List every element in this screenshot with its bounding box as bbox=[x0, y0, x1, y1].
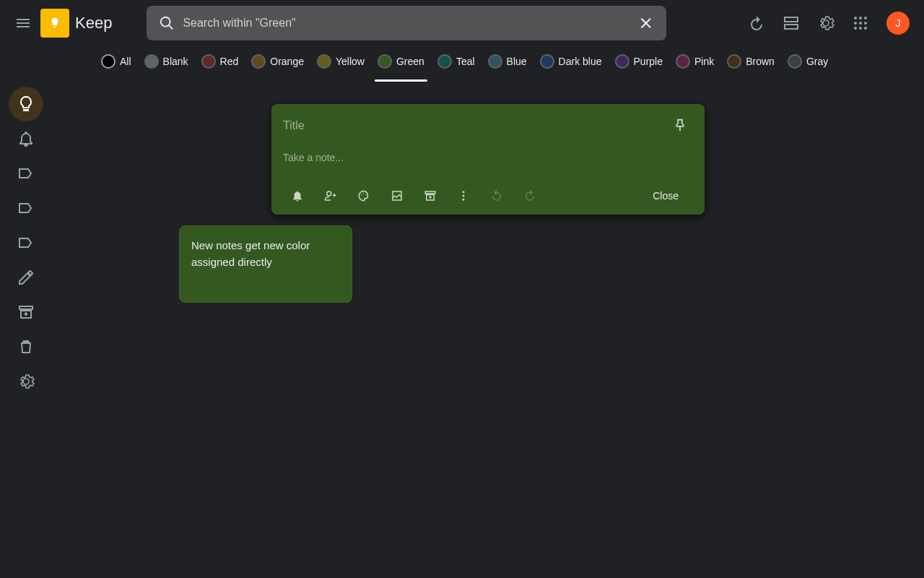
list-view-button[interactable] bbox=[774, 6, 808, 40]
background-options-button[interactable] bbox=[349, 181, 378, 210]
color-filter-brown[interactable]: Brown bbox=[727, 54, 775, 72]
note-body-input[interactable] bbox=[283, 152, 693, 173]
sidebar-item-label-1[interactable] bbox=[9, 156, 43, 191]
color-filter-gray[interactable]: Gray bbox=[788, 54, 828, 72]
close-editor-button[interactable]: Close bbox=[638, 184, 693, 207]
header-actions: J bbox=[739, 6, 918, 40]
list-view-icon bbox=[783, 14, 800, 32]
color-filter-dark-blue[interactable]: Dark blue bbox=[540, 54, 602, 72]
svg-point-2 bbox=[864, 17, 867, 20]
redo-button[interactable] bbox=[515, 181, 544, 210]
add-image-button[interactable] bbox=[383, 181, 411, 210]
bell-icon bbox=[291, 189, 304, 202]
color-filter-label: Green bbox=[396, 56, 424, 67]
settings-button[interactable] bbox=[808, 6, 843, 40]
color-filter-label: Yellow bbox=[336, 56, 365, 67]
note-toolbar: Close bbox=[283, 181, 693, 210]
svg-point-11 bbox=[365, 194, 367, 196]
search-box[interactable] bbox=[147, 6, 666, 40]
lightbulb-icon bbox=[17, 95, 35, 113]
color-swatch-icon bbox=[144, 54, 159, 69]
color-swatch-icon bbox=[317, 54, 331, 69]
search-icon bbox=[151, 15, 183, 31]
gear-icon bbox=[817, 14, 834, 32]
remind-me-button[interactable] bbox=[283, 181, 312, 210]
color-filter-label: Blue bbox=[507, 56, 527, 67]
app-logo[interactable]: Keep bbox=[40, 9, 112, 38]
pin-icon bbox=[672, 118, 688, 134]
color-filter-yellow[interactable]: Yellow bbox=[317, 54, 365, 72]
svg-point-6 bbox=[854, 27, 857, 30]
apps-button[interactable] bbox=[843, 6, 878, 40]
account-avatar[interactable]: J bbox=[886, 12, 910, 35]
note-title-input[interactable] bbox=[283, 119, 667, 132]
color-swatch-icon bbox=[676, 54, 690, 69]
svg-point-12 bbox=[463, 191, 465, 193]
color-filter-label: Gray bbox=[806, 56, 828, 67]
refresh-icon bbox=[748, 14, 765, 32]
collaborator-button[interactable] bbox=[316, 181, 345, 210]
svg-point-1 bbox=[859, 17, 862, 20]
main: Close New notes get new color assigned d… bbox=[0, 81, 924, 578]
color-swatch-icon bbox=[101, 54, 116, 69]
undo-icon bbox=[490, 189, 503, 202]
color-filter-teal[interactable]: Teal bbox=[437, 54, 475, 72]
undo-button[interactable] bbox=[482, 181, 511, 210]
color-swatch-icon bbox=[378, 54, 392, 69]
menu-icon bbox=[14, 14, 32, 32]
clear-search-button[interactable] bbox=[630, 15, 662, 31]
search-input[interactable] bbox=[183, 17, 630, 30]
more-button[interactable] bbox=[449, 181, 478, 210]
sidebar-item-label-3[interactable] bbox=[9, 225, 43, 260]
color-filter-row: AllBlankRedOrangeYellowGreenTealBlueDark… bbox=[0, 46, 924, 81]
color-swatch-icon bbox=[788, 54, 802, 69]
sidebar-item-label-2[interactable] bbox=[9, 191, 43, 225]
sidebar-item-settings[interactable] bbox=[9, 364, 43, 399]
note-editor: Close bbox=[271, 104, 705, 215]
color-filter-red[interactable]: Red bbox=[201, 54, 239, 72]
color-filter-green[interactable]: Green bbox=[378, 54, 424, 72]
svg-point-10 bbox=[363, 193, 365, 194]
color-swatch-icon bbox=[201, 54, 216, 69]
header: Keep J bbox=[0, 0, 924, 46]
color-filter-label: Dark blue bbox=[559, 56, 602, 67]
content-area: Close New notes get new color assigned d… bbox=[52, 81, 924, 578]
archive-icon bbox=[424, 189, 437, 202]
pin-button[interactable] bbox=[667, 113, 693, 139]
label-icon bbox=[17, 165, 35, 182]
color-filter-pink[interactable]: Pink bbox=[676, 54, 714, 72]
note-card[interactable]: New notes get new color assigned directl… bbox=[179, 225, 352, 303]
color-filter-label: Brown bbox=[746, 56, 775, 67]
svg-point-5 bbox=[864, 22, 867, 25]
refresh-button[interactable] bbox=[739, 6, 774, 40]
app-name: Keep bbox=[75, 14, 112, 33]
svg-point-0 bbox=[854, 17, 857, 20]
color-filter-blank[interactable]: Blank bbox=[144, 54, 188, 72]
sidebar-item-archive[interactable] bbox=[9, 295, 43, 329]
note-text: New notes get new color assigned directl… bbox=[191, 239, 310, 268]
sidebar bbox=[0, 81, 52, 578]
svg-point-7 bbox=[859, 27, 862, 30]
sidebar-item-notes[interactable] bbox=[9, 87, 43, 121]
bell-icon bbox=[17, 130, 35, 147]
image-icon bbox=[391, 189, 404, 202]
sidebar-item-trash[interactable] bbox=[9, 329, 43, 364]
color-filter-orange[interactable]: Orange bbox=[251, 54, 304, 72]
svg-point-4 bbox=[859, 22, 862, 25]
color-filter-blue[interactable]: Blue bbox=[488, 54, 527, 72]
sidebar-item-reminders[interactable] bbox=[9, 121, 43, 156]
color-filter-purple[interactable]: Purple bbox=[615, 54, 663, 72]
trash-icon bbox=[17, 338, 35, 355]
svg-point-14 bbox=[463, 199, 465, 201]
main-menu-button[interactable] bbox=[6, 6, 40, 40]
color-swatch-icon bbox=[488, 54, 502, 69]
person-add-icon bbox=[324, 189, 337, 202]
svg-point-3 bbox=[854, 22, 857, 25]
svg-point-8 bbox=[864, 27, 867, 30]
palette-icon bbox=[357, 189, 370, 202]
archive-button[interactable] bbox=[416, 181, 445, 210]
color-filter-label: Purple bbox=[634, 56, 663, 67]
color-swatch-icon bbox=[540, 54, 554, 69]
color-filter-all[interactable]: All bbox=[101, 54, 131, 72]
sidebar-item-edit-labels[interactable] bbox=[9, 260, 43, 295]
